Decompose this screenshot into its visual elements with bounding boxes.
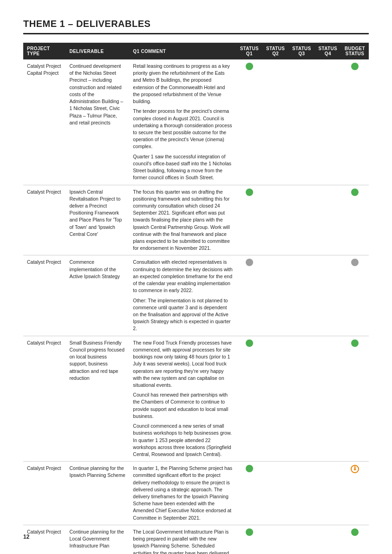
cell-project-type: Catalyst Project bbox=[23, 525, 66, 554]
cell-status-q4 bbox=[315, 185, 341, 255]
cell-status-q1 bbox=[236, 185, 262, 255]
cell-deliverable: Ipswich Central Revitalisation Project t… bbox=[66, 185, 130, 255]
page-title: THEME 1 – DELIVERABLES bbox=[23, 19, 369, 34]
status-dot-empty bbox=[272, 189, 279, 196]
status-dot-empty bbox=[298, 63, 305, 70]
status-dot-green bbox=[246, 339, 253, 347]
status-dot-empty bbox=[324, 465, 332, 472]
comment-paragraph: The focus this quarter was on drafting t… bbox=[133, 189, 232, 252]
table-row: Catalyst ProjectContinue planning for th… bbox=[23, 462, 369, 525]
cell-status-q1 bbox=[236, 525, 262, 554]
cell-project-type: Catalyst ProjectCapital Project bbox=[23, 59, 66, 185]
status-dot-green bbox=[351, 189, 359, 196]
header-status-q2: STATUSQ2 bbox=[262, 43, 288, 59]
cell-deliverable: Commence implementation of the Active Ip… bbox=[66, 255, 130, 336]
status-dot-empty bbox=[272, 465, 279, 472]
cell-status-q4 bbox=[315, 336, 341, 462]
header-deliverable: DELIVERABLE bbox=[66, 43, 130, 59]
cell-status-q3 bbox=[288, 462, 314, 525]
table-row: Catalyst ProjectIpswich Central Revitali… bbox=[23, 185, 369, 255]
status-dot-empty bbox=[324, 528, 332, 536]
cell-status-q2 bbox=[262, 462, 288, 525]
deliverables-table: PROJECT TYPE DELIVERABLE Q1 COMMENT STAT… bbox=[23, 43, 369, 554]
cell-status-q2 bbox=[262, 336, 288, 462]
comment-paragraph: The tender process for the precinct's ci… bbox=[133, 108, 232, 150]
status-dot-orange-down: ⇓ bbox=[351, 465, 359, 473]
status-dot-empty bbox=[272, 259, 279, 266]
page-number: 12 bbox=[23, 534, 29, 540]
cell-comment: The new Food Truck Friendly processes ha… bbox=[129, 336, 236, 462]
comment-paragraph: The Local Government Infrastructure Plan… bbox=[133, 528, 232, 554]
comment-paragraph: The new Food Truck Friendly processes ha… bbox=[133, 339, 232, 389]
status-dot-empty bbox=[324, 189, 332, 196]
status-dot-green bbox=[351, 528, 359, 536]
status-dot-green bbox=[246, 189, 253, 196]
cell-project-type: Catalyst Project bbox=[23, 462, 66, 525]
cell-status-q4 bbox=[315, 462, 341, 525]
cell-budget-status bbox=[341, 59, 369, 185]
cell-budget-status: ⇓ bbox=[341, 462, 369, 525]
status-dot-grey bbox=[246, 259, 253, 266]
status-dot-empty bbox=[298, 339, 305, 347]
cell-deliverable: Continue planning for the Local Governme… bbox=[66, 525, 130, 554]
comment-paragraph: Council commenced a new series of small … bbox=[133, 423, 232, 458]
header-status-q3: STATUSQ3 bbox=[288, 43, 314, 59]
cell-status-q4 bbox=[315, 525, 341, 554]
cell-status-q3 bbox=[288, 336, 314, 462]
status-dot-green bbox=[246, 63, 253, 70]
cell-project-type: Catalyst Project bbox=[23, 255, 66, 336]
cell-budget-status bbox=[341, 185, 369, 255]
header-q1-comment: Q1 COMMENT bbox=[129, 43, 236, 59]
cell-comment: The focus this quarter was on drafting t… bbox=[129, 185, 236, 255]
status-dot-green bbox=[351, 339, 359, 347]
status-dot-empty bbox=[324, 339, 332, 347]
cell-deliverable: Continue planning for the Ipswich Planni… bbox=[66, 462, 130, 525]
status-dot-empty bbox=[272, 528, 279, 536]
cell-status-q4 bbox=[315, 255, 341, 336]
status-dot-green bbox=[246, 465, 253, 472]
cell-status-q3 bbox=[288, 59, 314, 185]
comment-paragraph: Quarter 1 saw the successful integration… bbox=[133, 153, 232, 182]
cell-deliverable: Small Business Friendly Council progress… bbox=[66, 336, 130, 462]
cell-project-type: Catalyst Project bbox=[23, 336, 66, 462]
comment-paragraph: Consultation with elected representative… bbox=[133, 259, 232, 294]
status-dot-empty bbox=[324, 63, 332, 70]
header-status-q1: STATUSQ1 bbox=[236, 43, 262, 59]
cell-comment: In quarter 1, the Planning Scheme projec… bbox=[129, 462, 236, 525]
cell-budget-status bbox=[341, 255, 369, 336]
comment-paragraph: Council has renewed their partnerships w… bbox=[133, 391, 232, 420]
status-dot-green bbox=[351, 63, 359, 70]
table-row: Catalyst ProjectSmall Business Friendly … bbox=[23, 336, 369, 462]
comment-paragraph: In quarter 1, the Planning Scheme projec… bbox=[133, 465, 232, 521]
comment-paragraph: Retail leasing continues to progress as … bbox=[133, 63, 232, 105]
cell-comment: The Local Government Infrastructure Plan… bbox=[129, 525, 236, 554]
cell-status-q4 bbox=[315, 59, 341, 185]
table-row: Catalyst ProjectCommence implementation … bbox=[23, 255, 369, 336]
status-dot-empty bbox=[298, 465, 305, 472]
status-dot-empty bbox=[324, 259, 332, 266]
header-project-type: PROJECT TYPE bbox=[23, 43, 66, 59]
cell-status-q1 bbox=[236, 59, 262, 185]
cell-comment: Consultation with elected representative… bbox=[129, 255, 236, 336]
header-status-q4: STATUSQ4 bbox=[315, 43, 341, 59]
cell-status-q1 bbox=[236, 462, 262, 525]
comment-paragraph: Other: The implementation is not planned… bbox=[133, 297, 232, 332]
status-dot-green bbox=[246, 528, 253, 536]
cell-budget-status bbox=[341, 525, 369, 554]
status-dot-empty bbox=[298, 528, 305, 536]
cell-status-q3 bbox=[288, 525, 314, 554]
table-row: Catalyst ProjectContinue planning for th… bbox=[23, 525, 369, 554]
status-dot-empty bbox=[298, 189, 305, 196]
cell-status-q3 bbox=[288, 185, 314, 255]
cell-status-q3 bbox=[288, 255, 314, 336]
cell-budget-status bbox=[341, 336, 369, 462]
status-dot-empty bbox=[298, 259, 305, 266]
header-budget-status: BUDGETSTATUS bbox=[341, 43, 369, 59]
cell-status-q2 bbox=[262, 255, 288, 336]
cell-project-type: Catalyst Project bbox=[23, 185, 66, 255]
table-row: Catalyst ProjectCapital ProjectContinued… bbox=[23, 59, 369, 185]
status-dot-empty bbox=[272, 63, 279, 70]
cell-status-q2 bbox=[262, 525, 288, 554]
cell-status-q1 bbox=[236, 336, 262, 462]
cell-deliverable: Continued development of the Nicholas St… bbox=[66, 59, 130, 185]
